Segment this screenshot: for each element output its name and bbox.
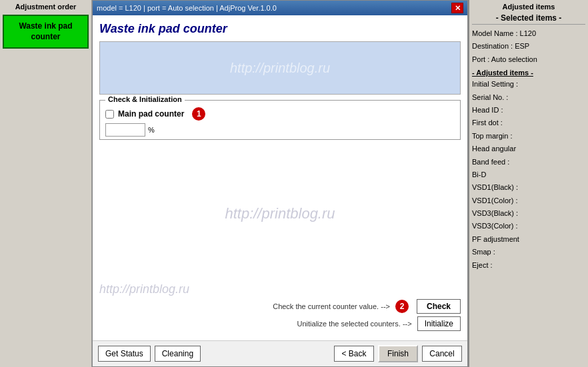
main-pad-label: Main pad counter bbox=[118, 109, 184, 119]
check-current-label: Check the current counter value. --> bbox=[273, 302, 390, 310]
right-sidebar-item: PF adjustment bbox=[472, 233, 585, 246]
main-window: model = L120 | port = Auto selection | A… bbox=[92, 0, 468, 367]
adjusted-items-header: - Adjusted items - bbox=[472, 69, 585, 77]
bottom-watermark-row: http://printblog.ru bbox=[99, 282, 461, 296]
circle-number-1: 1 bbox=[192, 107, 205, 121]
right-sidebar-item: Bi-D bbox=[472, 169, 585, 181]
percent-input[interactable] bbox=[105, 123, 145, 137]
bottom-bar: Get Status Cleaning < Back Finish Cancel bbox=[93, 340, 467, 366]
finish-button[interactable]: Finish bbox=[378, 345, 418, 362]
right-sidebar-item: Eject : bbox=[472, 259, 585, 272]
middle-watermark-area: http://printblog.ru bbox=[99, 145, 461, 282]
back-button[interactable]: < Back bbox=[334, 346, 374, 362]
title-bar-text: model = L120 | port = Auto selection | A… bbox=[97, 4, 277, 12]
top-watermark-text: http://printblog.ru bbox=[230, 61, 330, 76]
check-button[interactable]: Check bbox=[417, 299, 461, 314]
right-sidebar-item: Head ID : bbox=[472, 104, 585, 117]
cleaning-button[interactable]: Cleaning bbox=[155, 346, 201, 362]
right-sidebar-item: VSD1(Color) : bbox=[472, 194, 585, 207]
initialize-button[interactable]: Initialize bbox=[417, 316, 461, 331]
initialize-label: Unitialize the selected counters. --> bbox=[297, 320, 412, 328]
page-title: Waste ink pad counter bbox=[99, 22, 461, 36]
right-sidebar-item: VSD3(Color) : bbox=[472, 220, 585, 232]
main-pad-row: Main pad counter 1 bbox=[105, 107, 455, 121]
right-sidebar: Adjusted items - Selected items - Model … bbox=[468, 0, 588, 367]
right-sidebar-item: VSD3(Black) : bbox=[472, 207, 585, 220]
port-item: Port : Auto selection bbox=[472, 53, 585, 66]
top-watermark-area: http://printblog.ru bbox=[99, 41, 461, 95]
right-sidebar-item: Top margin : bbox=[472, 130, 585, 143]
check-initialization-group: Check & Initialization Main pad counter … bbox=[99, 100, 461, 140]
get-status-button[interactable]: Get Status bbox=[98, 346, 151, 362]
bottom-watermark-text: http://printblog.ru bbox=[99, 282, 189, 296]
main-pad-checkbox[interactable] bbox=[105, 110, 114, 119]
percent-row: % bbox=[105, 123, 455, 137]
check-group-legend: Check & Initialization bbox=[105, 95, 185, 103]
right-sidebar-item: First dot : bbox=[472, 117, 585, 129]
right-sidebar-item: Head angular bbox=[472, 143, 585, 155]
destination-item: Destination : ESP bbox=[472, 40, 585, 53]
model-name-item: Model Name : L120 bbox=[472, 27, 585, 40]
circle-number-2: 2 bbox=[395, 300, 409, 313]
middle-watermark-text: http://printblog.ru bbox=[225, 205, 335, 222]
right-sidebar-item: Smap : bbox=[472, 246, 585, 258]
right-sidebar-item: Serial No. : bbox=[472, 91, 585, 104]
close-button[interactable]: ✕ bbox=[451, 3, 463, 13]
right-sidebar-item: Initial Setting : bbox=[472, 78, 585, 91]
waste-ink-pad-button[interactable]: Waste ink pad counter bbox=[3, 15, 89, 49]
left-sidebar: Adjustment order Waste ink pad counter bbox=[0, 0, 92, 367]
adjusted-items-title: Adjusted items bbox=[472, 3, 585, 11]
right-items-list: Initial Setting :Serial No. :Head ID :Fi… bbox=[472, 78, 585, 272]
adjustment-order-title: Adjustment order bbox=[3, 3, 89, 11]
right-sidebar-item: Band feed : bbox=[472, 156, 585, 169]
content-area: Waste ink pad counter http://printblog.r… bbox=[93, 15, 467, 340]
percent-label: % bbox=[148, 126, 155, 134]
cancel-button[interactable]: Cancel bbox=[422, 346, 462, 362]
right-sidebar-item: VSD1(Black) : bbox=[472, 181, 585, 194]
title-bar: model = L120 | port = Auto selection | A… bbox=[93, 1, 467, 15]
selected-items-title: - Selected items - bbox=[472, 13, 585, 25]
initialize-action-row: Unitialize the selected counters. --> In… bbox=[99, 316, 461, 331]
check-action-row: Check the current counter value. --> 2 C… bbox=[99, 299, 461, 314]
